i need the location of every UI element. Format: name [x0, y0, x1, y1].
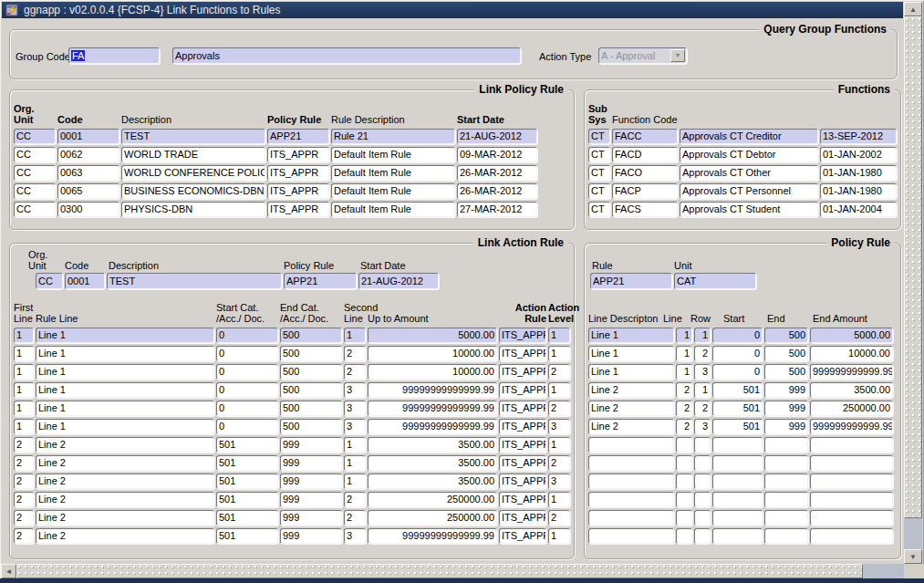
- policyRule-cell[interactable]: 500: [764, 328, 808, 343]
- linkActionRule-cell[interactable]: Line 2: [36, 492, 214, 507]
- linkActionRule-cell[interactable]: 99999999999999.99: [368, 382, 497, 398]
- master-policy-rule-field[interactable]: APP21: [284, 273, 357, 289]
- linkActionRule-cell[interactable]: 2: [14, 510, 34, 526]
- policyRule-cell[interactable]: [810, 492, 893, 507]
- linkActionRule-cell[interactable]: 999: [280, 437, 342, 453]
- policyRule-cell[interactable]: [588, 474, 674, 489]
- linkActionRule-cell[interactable]: 0: [216, 346, 278, 361]
- linkPolicyRule-cell[interactable]: Default Item Rule: [331, 147, 455, 162]
- master-code-field[interactable]: 0001: [65, 273, 105, 289]
- scroll-left-button[interactable]: ◄: [1, 564, 16, 578]
- functions-cell[interactable]: CT: [588, 183, 610, 199]
- functions-cell[interactable]: Approvals CT Creditor: [680, 129, 818, 144]
- policyRule-cell[interactable]: [764, 492, 808, 507]
- functions-cell[interactable]: FACP: [612, 183, 678, 199]
- policyRule-cell[interactable]: [694, 455, 711, 471]
- policyRule-cell[interactable]: [810, 510, 893, 526]
- policyRule-cell[interactable]: [694, 492, 711, 507]
- policyRule-cell[interactable]: [676, 455, 692, 471]
- linkActionRule-cell[interactable]: 500: [280, 364, 342, 380]
- linkActionRule-cell[interactable]: 999: [280, 474, 342, 489]
- linkActionRule-cell[interactable]: 500: [280, 382, 342, 398]
- linkActionRule-cell[interactable]: 1: [14, 401, 34, 416]
- linkPolicyRule-cell[interactable]: CC: [14, 129, 56, 144]
- linkActionRule-cell[interactable]: 2: [548, 455, 570, 471]
- linkActionRule-cell[interactable]: 250000.00: [368, 492, 497, 507]
- functions-cell[interactable]: CT: [588, 129, 610, 144]
- linkActionRule-cell[interactable]: 3: [344, 401, 366, 416]
- linkPolicyRule-cell[interactable]: 26-MAR-2012: [457, 183, 537, 199]
- policyRule-cell[interactable]: [764, 528, 808, 544]
- policyRule-cell[interactable]: [694, 437, 711, 453]
- functions-cell[interactable]: 01-JAN-1980: [820, 183, 897, 199]
- linkPolicyRule-cell[interactable]: WORLD TRADE: [121, 147, 265, 162]
- functions-cell[interactable]: 01-JAN-2002: [820, 147, 897, 162]
- linkActionRule-cell[interactable]: 10000.00: [368, 346, 497, 361]
- policyRule-cell[interactable]: [588, 455, 674, 471]
- linkActionRule-cell[interactable]: ITS_APPR: [499, 401, 546, 416]
- horizontal-scrollbar[interactable]: ◄ ►: [1, 564, 922, 578]
- linkActionRule-cell[interactable]: Line 2: [36, 437, 214, 453]
- group-code-field[interactable]: FA: [68, 47, 160, 64]
- linkActionRule-cell[interactable]: 2: [344, 492, 366, 507]
- policyRule-cell[interactable]: 2: [676, 401, 692, 416]
- linkActionRule-cell[interactable]: 1: [14, 328, 34, 343]
- linkActionRule-cell[interactable]: ITS_APPR: [499, 510, 546, 526]
- policyRule-cell[interactable]: [712, 528, 763, 544]
- linkActionRule-cell[interactable]: Line 2: [36, 474, 214, 489]
- functions-cell[interactable]: 01-JAN-1980: [820, 165, 897, 181]
- policyRule-cell[interactable]: [810, 474, 893, 489]
- linkActionRule-cell[interactable]: ITS_APPR: [499, 328, 546, 343]
- linkActionRule-cell[interactable]: 1: [548, 346, 570, 361]
- linkActionRule-cell[interactable]: Line 1: [36, 401, 214, 416]
- linkActionRule-cell[interactable]: 500: [280, 328, 342, 343]
- linkActionRule-cell[interactable]: 10000.00: [368, 364, 497, 380]
- linkPolicyRule-cell[interactable]: CC: [14, 165, 56, 181]
- linkActionRule-cell[interactable]: ITS_APPR: [499, 364, 546, 380]
- linkPolicyRule-cell[interactable]: Default Item Rule: [331, 202, 455, 217]
- linkActionRule-cell[interactable]: 0: [216, 401, 278, 416]
- linkActionRule-cell[interactable]: 2: [344, 364, 366, 380]
- master-org-unit-field[interactable]: CC: [36, 273, 63, 289]
- linkActionRule-cell[interactable]: Line 1: [36, 328, 214, 343]
- linkActionRule-cell[interactable]: 3: [344, 382, 366, 398]
- policyRule-cell[interactable]: 999999999999.99: [810, 364, 893, 380]
- policyRule-cell[interactable]: [676, 437, 692, 453]
- policyRule-cell[interactable]: 501: [712, 419, 763, 434]
- linkActionRule-cell[interactable]: 1: [548, 437, 570, 453]
- policyRule-cell[interactable]: [712, 437, 763, 453]
- linkActionRule-cell[interactable]: ITS_APPR: [499, 474, 546, 489]
- linkActionRule-cell[interactable]: Line 1: [36, 419, 214, 434]
- linkActionRule-cell[interactable]: 2: [344, 346, 366, 361]
- linkPolicyRule-cell[interactable]: 21-AUG-2012: [457, 129, 537, 144]
- policyRule-cell[interactable]: 3500.00: [810, 382, 893, 398]
- linkActionRule-cell[interactable]: 99999999999999.99: [368, 401, 497, 416]
- functions-cell[interactable]: Approvals CT Personnel: [680, 183, 818, 199]
- policyRule-cell[interactable]: [810, 528, 893, 544]
- linkPolicyRule-cell[interactable]: ITS_APPR: [267, 202, 329, 217]
- linkActionRule-cell[interactable]: 1: [548, 528, 570, 544]
- functions-cell[interactable]: FACS: [612, 202, 678, 217]
- linkActionRule-cell[interactable]: 3: [548, 419, 570, 434]
- functions-cell[interactable]: CT: [588, 202, 610, 217]
- linkActionRule-cell[interactable]: ITS_APPR: [499, 455, 546, 471]
- functions-cell[interactable]: Approvals CT Debtor: [680, 147, 818, 162]
- policyRule-cell[interactable]: [676, 528, 692, 544]
- linkPolicyRule-cell[interactable]: 0300: [57, 202, 119, 217]
- linkActionRule-cell[interactable]: 3500.00: [368, 474, 497, 489]
- linkActionRule-cell[interactable]: Line 1: [36, 382, 214, 398]
- policyRule-cell[interactable]: Line 1: [588, 364, 674, 380]
- linkActionRule-cell[interactable]: 501: [216, 455, 278, 471]
- policyRule-cell[interactable]: [694, 510, 711, 526]
- policyRule-cell[interactable]: [764, 455, 808, 471]
- policyRule-cell[interactable]: 500: [764, 346, 808, 361]
- linkActionRule-cell[interactable]: 1: [344, 328, 366, 343]
- linkActionRule-cell[interactable]: 1: [344, 437, 366, 453]
- linkActionRule-cell[interactable]: 501: [216, 492, 278, 507]
- linkActionRule-cell[interactable]: ITS_APPR: [499, 382, 546, 398]
- linkPolicyRule-cell[interactable]: APP21: [267, 129, 329, 144]
- policyRule-cell[interactable]: 2: [694, 401, 711, 416]
- linkActionRule-cell[interactable]: 500: [280, 419, 342, 434]
- vertical-scrollbar[interactable]: ▲ ▼: [904, 2, 922, 564]
- functions-cell[interactable]: Approvals CT Student: [680, 202, 818, 217]
